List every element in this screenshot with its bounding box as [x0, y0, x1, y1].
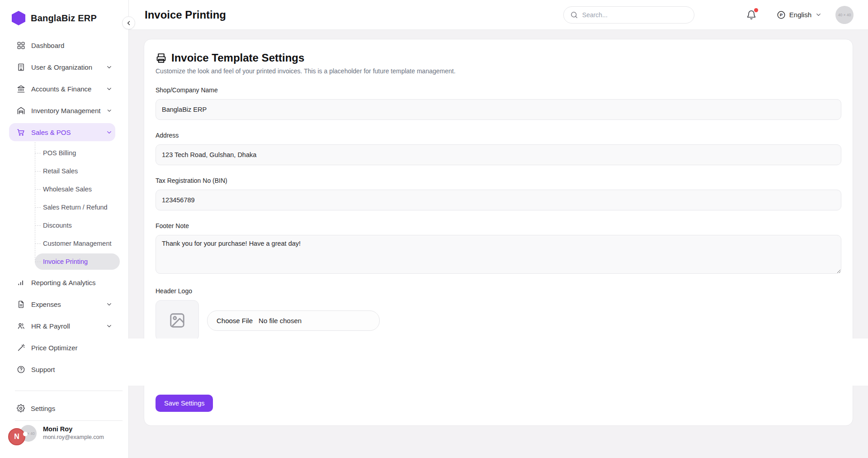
- card-title-row: Invoice Template Settings: [156, 51, 841, 65]
- chevron-down-icon: [106, 323, 113, 329]
- bar-chart-icon: [17, 278, 25, 287]
- brand-logo-icon: [12, 11, 25, 25]
- sidebar-subitem-retail-sales[interactable]: Retail Sales: [35, 163, 120, 179]
- chevron-down-icon: [815, 11, 822, 18]
- subitem-label: Invoice Printing: [43, 258, 88, 265]
- sidebar-item-label: HR & Payroll: [31, 322, 70, 330]
- chevron-down-icon: [106, 107, 113, 114]
- sidebar-item-expenses[interactable]: Expenses: [9, 295, 115, 313]
- notifications-button[interactable]: [746, 10, 756, 20]
- avatar-status-dot: [23, 432, 28, 436]
- sidebar-item-accounts-finance[interactable]: Accounts & Finance: [9, 80, 115, 98]
- sidebar-item-price-optimizer[interactable]: Price Optimizer: [9, 339, 115, 357]
- chevron-down-icon: [106, 64, 113, 71]
- field-group-company-name: Shop/Company Name: [156, 86, 841, 120]
- invoice-template-settings-card: Invoice Template Settings Customize the …: [144, 39, 853, 426]
- sales-pos-submenu: POS Billing Retail Sales Wholesale Sales…: [35, 145, 120, 270]
- field-label: Shop/Company Name: [156, 86, 841, 95]
- sidebar-item-dashboard[interactable]: Dashboard: [9, 36, 115, 54]
- sidebar-subitem-pos-billing[interactable]: POS Billing: [35, 145, 120, 161]
- language-selector[interactable]: P English: [777, 10, 822, 19]
- subitem-label: Customer Management: [43, 240, 112, 247]
- user-profile[interactable]: 40 × 40 N Moni Roy moni.roy@example.com: [0, 421, 129, 454]
- sidebar-nav: Dashboard User & Organization Accounts &…: [9, 36, 115, 382]
- chevron-down-icon: [106, 301, 113, 308]
- warehouse-icon: [17, 106, 25, 115]
- avatar-stack: 40 × 40 N: [8, 425, 43, 449]
- file-text-icon: [17, 300, 25, 309]
- sidebar-item-label: Price Optimizer: [31, 344, 78, 352]
- footer-note-textarea[interactable]: Thank you for your purchase! Have a grea…: [156, 235, 841, 274]
- user-name: Moni Roy: [43, 425, 104, 433]
- avatar[interactable]: N: [8, 428, 25, 445]
- chevron-down-icon: [106, 86, 113, 92]
- topbar: Invoice Printing P English 40 × 40: [129, 0, 868, 30]
- field-group-address: Address: [156, 131, 841, 165]
- printer-icon: [156, 52, 167, 64]
- sidebar-item-inventory-management[interactable]: Inventory Management: [9, 101, 115, 119]
- sidebar-item-user-organization[interactable]: User & Organization: [9, 58, 115, 76]
- sidebar-item-reporting-analytics[interactable]: Reporting & Analytics: [9, 273, 115, 291]
- chevron-down-icon: [106, 129, 113, 136]
- sidebar-subitem-invoice-printing[interactable]: Invoice Printing: [35, 253, 120, 270]
- field-group-header-logo: Header Logo Choose File No file chosen: [156, 286, 841, 341]
- subitem-label: Sales Return / Refund: [43, 204, 108, 211]
- card-title: Invoice Template Settings: [171, 52, 304, 64]
- field-group-tax-bin: Tax Registration No (BIN): [156, 176, 841, 210]
- invoice-settings-form: Shop/Company Name Address Tax Registrati…: [156, 86, 841, 341]
- brand: BanglaBiz ERP: [0, 0, 129, 25]
- card-subtitle: Customize the look and feel of your prin…: [156, 67, 841, 75]
- users-icon: [17, 322, 25, 330]
- topbar-right: P English 40 × 40: [563, 6, 854, 24]
- sidebar-item-label: Inventory Management: [31, 107, 100, 114]
- sidebar-item-sales-pos[interactable]: Sales & POS: [9, 123, 115, 141]
- field-label: Tax Registration No (BIN): [156, 176, 841, 185]
- magic-wand-icon: [17, 344, 25, 352]
- sidebar-subitem-discounts[interactable]: Discounts: [35, 217, 120, 234]
- sidebar-bottom: Settings 40 × 40 N Moni Roy moni.roy@exa…: [0, 391, 129, 458]
- sidebar-subitem-wholesale-sales[interactable]: Wholesale Sales: [35, 181, 120, 197]
- field-group-footer-note: Footer Note Thank you for your purchase!…: [156, 221, 841, 276]
- sidebar-collapse-button[interactable]: [122, 16, 135, 29]
- logo-upload-row: Choose File No file chosen: [156, 300, 841, 341]
- company-name-input[interactable]: [156, 99, 841, 120]
- language-label: English: [789, 11, 811, 19]
- notification-dot: [754, 8, 758, 12]
- page-title: Invoice Printing: [145, 9, 226, 21]
- shopping-cart-icon: [17, 128, 25, 137]
- sidebar-divider: [128, 0, 129, 339]
- subitem-label: Discounts: [43, 222, 72, 229]
- image-icon: [169, 312, 186, 329]
- sidebar-item-label: User & Organization: [31, 63, 92, 71]
- search-input[interactable]: [582, 11, 689, 19]
- sidebar-item-support[interactable]: Support: [9, 360, 115, 378]
- sidebar-item-label: Reporting & Analytics: [31, 279, 96, 286]
- logo-preview-box: [156, 300, 199, 341]
- sidebar-item-hr-payroll[interactable]: HR & Payroll: [9, 317, 115, 335]
- sidebar-item-label: Expenses: [31, 301, 61, 308]
- help-circle-icon: [17, 365, 25, 374]
- field-label: Header Logo: [156, 286, 841, 296]
- save-settings-button[interactable]: Save Settings: [156, 395, 213, 412]
- choose-file-button[interactable]: Choose File: [217, 317, 253, 324]
- sidebar-item-label: Accounts & Finance: [31, 85, 91, 93]
- sidebar: BanglaBiz ERP Dashboard User & Organizat…: [0, 0, 129, 458]
- field-label: Footer Note: [156, 221, 841, 230]
- sidebar-subitem-sales-return-refund[interactable]: Sales Return / Refund: [35, 199, 120, 215]
- file-status-text: No file chosen: [259, 317, 302, 324]
- sidebar-item-settings[interactable]: Settings: [17, 400, 115, 416]
- logo-file-input[interactable]: Choose File No file chosen: [207, 310, 380, 331]
- search-icon: [570, 11, 578, 19]
- sidebar-subitem-customer-management[interactable]: Customer Management: [35, 235, 120, 252]
- sidebar-item-label: Sales & POS: [31, 129, 71, 136]
- subitem-label: Wholesale Sales: [43, 186, 92, 193]
- dashboard-icon: [17, 41, 25, 50]
- divider: [15, 391, 123, 391]
- user-avatar[interactable]: 40 × 40: [835, 6, 854, 24]
- search-box[interactable]: [563, 6, 694, 24]
- sidebar-item-label: Settings: [31, 405, 55, 412]
- address-input[interactable]: [156, 144, 841, 165]
- bank-icon: [17, 85, 25, 93]
- tax-bin-input[interactable]: [156, 190, 841, 210]
- gear-icon: [17, 404, 25, 412]
